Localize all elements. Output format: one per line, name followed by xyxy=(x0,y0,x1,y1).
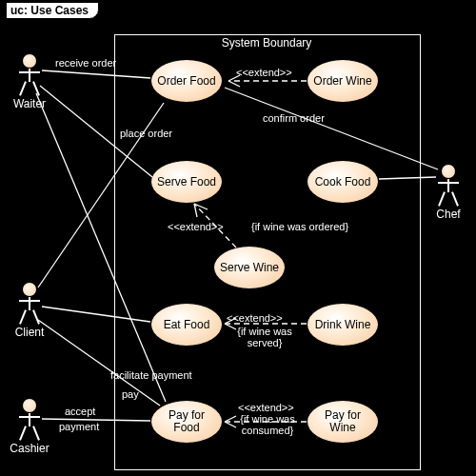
usecase-cook-food: Cook Food xyxy=(307,160,379,204)
usecase-order-food: Order Food xyxy=(150,59,223,103)
label-accept-2: payment xyxy=(59,421,99,432)
label-extend-2: <<extend>> xyxy=(168,221,224,232)
actor-chef-label: Chef xyxy=(425,208,472,221)
usecase-serve-food: Serve Food xyxy=(150,160,223,204)
label-extend-4: <<extend>> xyxy=(238,402,294,413)
actor-cashier-label: Cashier xyxy=(6,442,53,455)
label-extend-1: <<extend>> xyxy=(236,67,292,78)
frame-label: uc: Use Cases xyxy=(6,2,99,19)
actor-chef: Chef xyxy=(436,164,461,221)
actor-waiter-label: Waiter xyxy=(6,97,53,110)
label-guard-ordered: {if wine was ordered} xyxy=(251,221,348,232)
label-guard-served: {if wine was served} xyxy=(234,326,295,348)
label-facilitate-payment: facilitate payment xyxy=(110,369,192,381)
usecase-pay-food: Pay for Food xyxy=(150,400,223,444)
actor-waiter: Waiter xyxy=(17,53,42,110)
actor-cashier: Cashier xyxy=(17,398,42,455)
label-receive-order: receive order xyxy=(55,57,116,69)
label-extend-3: <<extend>> xyxy=(227,312,283,324)
actor-client: Client xyxy=(17,282,42,339)
label-confirm-order: confirm order xyxy=(263,112,325,124)
usecase-order-wine: Order Wine xyxy=(307,59,379,103)
label-pay: pay xyxy=(122,388,139,400)
label-guard-consumed: {if wine was consumed} xyxy=(234,413,301,436)
usecase-eat-food: Eat Food xyxy=(150,303,223,347)
label-accept-1: accept xyxy=(65,406,95,417)
usecase-drink-wine: Drink Wine xyxy=(307,303,379,347)
usecase-pay-wine: Pay for Wine xyxy=(307,400,379,444)
boundary-title: System Boundary xyxy=(114,36,419,50)
usecase-serve-wine: Serve Wine xyxy=(213,246,286,289)
actor-client-label: Client xyxy=(6,326,53,339)
label-place-order: place order xyxy=(120,128,172,139)
